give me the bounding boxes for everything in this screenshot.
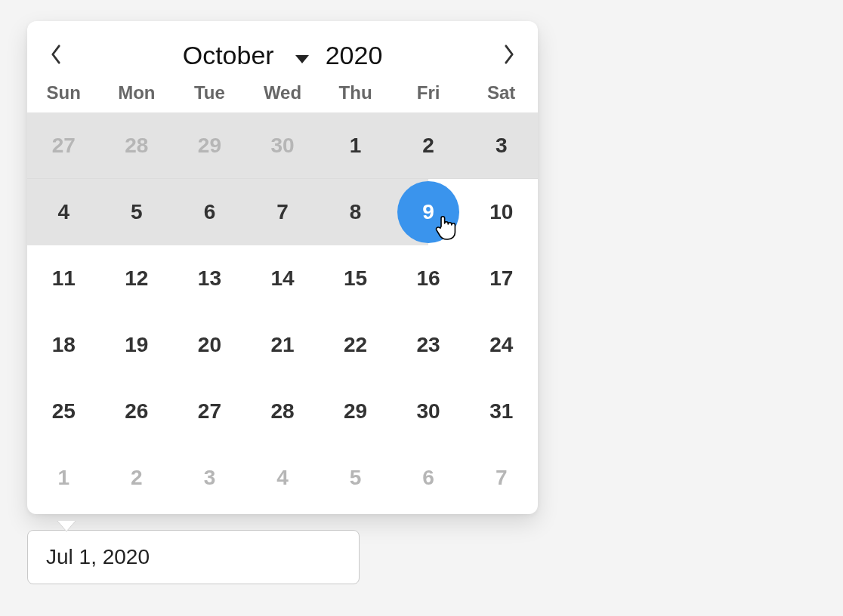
calendar-day[interactable]: 6 <box>173 179 246 245</box>
calendar-day[interactable]: 29 <box>319 378 392 445</box>
calendar-day[interactable]: 30 <box>246 112 320 179</box>
calendar-day[interactable]: 26 <box>100 378 174 445</box>
calendar-day-number: 5 <box>350 466 362 490</box>
next-month-button[interactable] <box>496 42 523 69</box>
calendar-day[interactable]: 12 <box>100 245 174 312</box>
calendar-day[interactable]: 25 <box>27 378 100 445</box>
weekday-label: Tue <box>173 82 246 103</box>
calendar-day-number: 30 <box>417 399 440 424</box>
calendar-day[interactable]: 6 <box>392 445 465 511</box>
weekday-label: Wed <box>246 82 320 103</box>
calendar-day[interactable]: 16 <box>392 245 465 312</box>
month-year-picker: October 2020 <box>183 41 383 70</box>
calendar-day[interactable]: 5 <box>100 179 174 245</box>
calendar-day-number: 29 <box>344 399 367 424</box>
calendar-day[interactable]: 30 <box>392 378 465 445</box>
calendar-day-number: 6 <box>204 200 216 224</box>
calendar-day-number: 9 <box>422 200 434 224</box>
calendar-day-number: 29 <box>198 134 221 158</box>
calendar-day-number: 1 <box>57 466 69 490</box>
calendar-day-number: 26 <box>125 399 148 424</box>
calendar-day-number: 19 <box>125 333 148 357</box>
month-select[interactable]: October <box>183 41 309 70</box>
calendar-day[interactable]: 27 <box>27 112 100 179</box>
calendar-header: October 2020 <box>27 21 538 78</box>
calendar-day[interactable]: 7 <box>246 179 320 245</box>
calendar-day-number: 27 <box>52 134 76 158</box>
calendar-day[interactable]: 4 <box>27 179 100 245</box>
calendar-day[interactable]: 23 <box>392 312 465 378</box>
calendar-day-number: 4 <box>276 466 289 490</box>
calendar-day[interactable]: 13 <box>173 245 246 312</box>
chevron-left-icon <box>49 44 63 68</box>
calendar-day[interactable]: 24 <box>465 312 538 378</box>
calendar-day[interactable]: 19 <box>100 312 174 378</box>
weekday-label: Thu <box>319 82 392 103</box>
calendar-day-number: 12 <box>125 266 148 291</box>
calendar-day[interactable]: 20 <box>173 312 246 378</box>
calendar-grid: 2728293012345678910111213141516171819202… <box>27 112 538 511</box>
calendar-day[interactable]: 29 <box>173 112 246 179</box>
calendar-day-number: 30 <box>270 134 294 158</box>
calendar-day-number: 21 <box>270 333 294 357</box>
calendar-day-number: 17 <box>489 266 513 291</box>
calendar-day-number: 14 <box>270 266 294 291</box>
chevron-right-icon <box>502 44 516 68</box>
calendar-day[interactable]: 18 <box>27 312 100 378</box>
calendar-day[interactable]: 14 <box>246 245 320 312</box>
calendar-day-number: 15 <box>344 266 367 291</box>
calendar-day[interactable]: 28 <box>100 112 174 179</box>
calendar-day[interactable]: 11 <box>27 245 100 312</box>
weekday-label: Fri <box>392 82 465 103</box>
calendar-day[interactable]: 28 <box>246 378 320 445</box>
calendar-day[interactable]: 2 <box>392 112 465 179</box>
calendar-day[interactable]: 7 <box>465 445 538 511</box>
pointer-cursor-icon <box>434 214 459 241</box>
calendar-day-number: 7 <box>496 466 508 490</box>
calendar-day-number: 11 <box>52 266 76 291</box>
calendar-day[interactable]: 31 <box>465 378 538 445</box>
calendar-day[interactable]: 1 <box>319 112 392 179</box>
weekday-label: Mon <box>100 82 174 103</box>
calendar-day[interactable]: 22 <box>319 312 392 378</box>
calendar-day-selected[interactable]: 9 <box>392 179 465 245</box>
calendar-day-number: 6 <box>422 466 434 490</box>
calendar-day-number: 13 <box>198 266 221 291</box>
calendar-day[interactable]: 15 <box>319 245 392 312</box>
calendar-day-number: 31 <box>489 399 513 424</box>
calendar-day[interactable]: 4 <box>246 445 320 511</box>
calendar-day-number: 3 <box>204 466 216 490</box>
calendar-day[interactable]: 3 <box>173 445 246 511</box>
calendar-day[interactable]: 8 <box>319 179 392 245</box>
calendar-day-number: 1 <box>350 134 362 158</box>
chevron-down-icon <box>295 41 309 70</box>
weekday-label: Sat <box>465 82 538 103</box>
calendar-day-number: 24 <box>489 333 513 357</box>
calendar-day-number: 2 <box>131 466 143 490</box>
prev-month-button[interactable] <box>42 42 69 69</box>
calendar-day[interactable]: 2 <box>100 445 174 511</box>
calendar-day[interactable]: 21 <box>246 312 320 378</box>
calendar-day-number: 2 <box>422 134 434 158</box>
date-input[interactable]: Jul 1, 2020 <box>27 530 360 584</box>
calendar-day-number: 27 <box>198 399 221 424</box>
calendar-day-number: 23 <box>417 333 440 357</box>
calendar-day[interactable]: 17 <box>465 245 538 312</box>
svg-marker-0 <box>295 55 309 63</box>
calendar-day-number: 16 <box>417 266 440 291</box>
weekday-label: Sun <box>27 82 100 103</box>
calendar-day-number: 7 <box>276 200 289 224</box>
calendar-day-number: 25 <box>52 399 76 424</box>
calendar-popover: October 2020 Sun Mon Tue Wed Thu Fri Sat <box>27 21 538 514</box>
year-label[interactable]: 2020 <box>326 41 383 70</box>
calendar-day-number: 10 <box>489 200 513 224</box>
calendar-day-number: 3 <box>496 134 508 158</box>
calendar-day[interactable]: 5 <box>319 445 392 511</box>
calendar-day[interactable]: 27 <box>173 378 246 445</box>
calendar-day[interactable]: 1 <box>27 445 100 511</box>
calendar-day[interactable]: 3 <box>465 112 538 179</box>
calendar-day-number: 5 <box>131 200 143 224</box>
svg-marker-1 <box>57 521 76 531</box>
calendar-day-number: 8 <box>350 200 362 224</box>
calendar-day[interactable]: 10 <box>465 179 538 245</box>
